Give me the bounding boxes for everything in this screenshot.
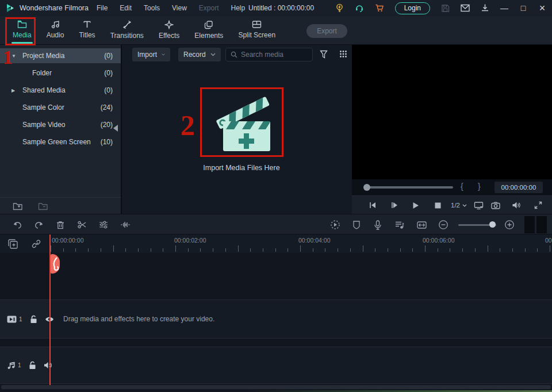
store-cart-icon[interactable]: [375, 3, 384, 13]
filter-icon[interactable]: [320, 50, 328, 59]
video-track-icon: [7, 316, 17, 323]
video-track[interactable]: 1 Drag media and effects here to create …: [0, 299, 552, 339]
menu-file[interactable]: File: [97, 4, 108, 12]
menu-tools[interactable]: Tools: [144, 4, 160, 12]
search-box[interactable]: [225, 48, 313, 62]
preview-panel: { } 00:00:00:00 1/2: [352, 45, 552, 214]
login-button[interactable]: Login: [395, 2, 430, 14]
playback-quality-dropdown[interactable]: 1/2: [448, 196, 469, 214]
mark-in-button[interactable]: {: [461, 182, 463, 191]
search-input[interactable]: [241, 51, 298, 59]
titles-text-icon: [83, 20, 91, 29]
close-button[interactable]: ×: [538, 2, 546, 14]
audio-mixer-icon[interactable]: [395, 214, 404, 235]
delete-trash-icon[interactable]: [56, 214, 64, 235]
export-button[interactable]: Export: [306, 24, 347, 38]
ruler-time-label: 00:00:04:00: [298, 237, 330, 244]
audio-waveform-icon[interactable]: [120, 214, 131, 235]
tab-effects[interactable]: Effects: [153, 18, 185, 43]
chevron-down-icon: [210, 53, 216, 56]
fit-timeline-icon[interactable]: [417, 214, 427, 235]
audio-track[interactable]: 1: [0, 347, 552, 384]
ruler-time-label: 00:00:06:00: [423, 237, 454, 244]
record-dropdown[interactable]: Record: [178, 48, 221, 62]
sidebar-item-count: (0): [104, 69, 113, 77]
preview-seek-thumb[interactable]: [363, 184, 370, 191]
redo-button[interactable]: [34, 214, 44, 235]
adjust-sliders-icon[interactable]: [99, 214, 108, 235]
tab-split-screen[interactable]: Split Screen: [232, 18, 281, 43]
timeline-ruler[interactable]: 00:00:00:0000:00:02:0000:00:04:0000:00:0…: [0, 235, 552, 253]
snapshot-camera-icon[interactable]: [490, 196, 501, 214]
next-frame-button[interactable]: [389, 196, 400, 214]
filmora-logo-icon: [6, 3, 15, 13]
timeline-minimap-block: [524, 216, 535, 233]
sidebar-item-label: Sample Video: [22, 121, 66, 129]
import-media-caption[interactable]: Import Media Files Here: [155, 164, 328, 172]
stop-button[interactable]: [432, 196, 443, 214]
expander-right-icon[interactable]: ▶: [12, 88, 18, 93]
sidebar-item-sample-green-screen[interactable]: Sample Green Screen (10): [0, 134, 121, 149]
sidebar-item-count: (20): [101, 121, 113, 129]
menu-edit[interactable]: Edit: [120, 4, 132, 12]
tab-titles[interactable]: Titles: [73, 18, 101, 43]
timeline-toolbar: [0, 214, 552, 235]
tab-audio[interactable]: Audio: [41, 18, 70, 43]
record-label: Record: [183, 51, 206, 59]
panel-collapse-icon[interactable]: [113, 125, 118, 132]
tab-audio-label: Audio: [47, 31, 64, 39]
previous-frame-button[interactable]: [367, 196, 378, 214]
lock-icon[interactable]: [29, 361, 36, 370]
tab-split-screen-label: Split Screen: [238, 31, 275, 39]
project-title: Untitled : 00:00:00:00: [248, 0, 314, 16]
menu-help[interactable]: Help: [231, 4, 246, 12]
preview-scrub-row: { } 00:00:00:00: [352, 179, 552, 195]
playback-controls: 1/2: [352, 195, 552, 214]
maximize-button[interactable]: □: [519, 3, 527, 13]
audio-track-header: 1: [0, 347, 51, 383]
feedback-mail-icon[interactable]: [461, 4, 470, 12]
delete-folder-icon[interactable]: [38, 202, 48, 210]
sidebar-item-project-media[interactable]: ▼ Project Media (0): [0, 48, 121, 63]
chevron-down-icon: [162, 53, 165, 56]
minimize-button[interactable]: —: [500, 3, 508, 13]
split-scissors-icon[interactable]: [78, 214, 87, 235]
mute-speaker-icon[interactable]: [44, 362, 52, 369]
transitions-icon: [122, 20, 132, 29]
support-headset-icon[interactable]: [355, 3, 364, 13]
menu-view[interactable]: View: [172, 4, 187, 12]
record-voiceover-mic-icon[interactable]: [374, 214, 382, 235]
zoom-in-button[interactable]: [504, 214, 515, 235]
timeline-zoom-thumb[interactable]: [489, 221, 496, 228]
sidebar-item-folder[interactable]: Folder (0): [0, 66, 121, 80]
grid-view-icon[interactable]: [339, 50, 347, 58]
sidebar-item-count: (24): [101, 103, 113, 112]
zoom-out-button[interactable]: [438, 214, 448, 235]
marker-shield-icon[interactable]: [352, 214, 361, 235]
sidebar-item-sample-video[interactable]: Sample Video (20): [0, 117, 121, 132]
search-icon: [231, 51, 237, 58]
tips-bulb-icon[interactable]: [335, 3, 344, 13]
horizontal-scrollbar[interactable]: [1, 385, 551, 389]
volume-speaker-icon[interactable]: [511, 196, 522, 214]
display-device-icon[interactable]: [473, 196, 484, 214]
play-button[interactable]: [411, 196, 421, 214]
sidebar-item-shared-media[interactable]: ▶ Shared Media (0): [0, 83, 121, 98]
playhead-handle[interactable]: [51, 254, 60, 274]
tab-elements[interactable]: Elements: [189, 18, 229, 43]
add-folder-icon[interactable]: [13, 202, 23, 210]
ribbon-tabbar: Media Audio Titles Transitions Effects E…: [0, 16, 552, 45]
download-icon[interactable]: [481, 3, 489, 13]
mark-out-button[interactable]: }: [478, 182, 481, 191]
tab-transitions[interactable]: Transitions: [105, 18, 150, 43]
preview-seek-bar[interactable]: [366, 186, 453, 189]
undo-button[interactable]: [13, 214, 22, 235]
audio-track-note-icon: [7, 362, 16, 370]
lock-icon[interactable]: [30, 315, 37, 324]
menu-bar: File Edit Tools View Export Help: [97, 0, 245, 16]
import-dropdown[interactable]: Import: [132, 48, 170, 62]
menu-export: Export: [199, 4, 219, 12]
sidebar-item-sample-color[interactable]: Sample Color (24): [0, 100, 121, 115]
render-preview-icon[interactable]: [330, 214, 340, 235]
fullscreen-icon[interactable]: [532, 196, 544, 214]
